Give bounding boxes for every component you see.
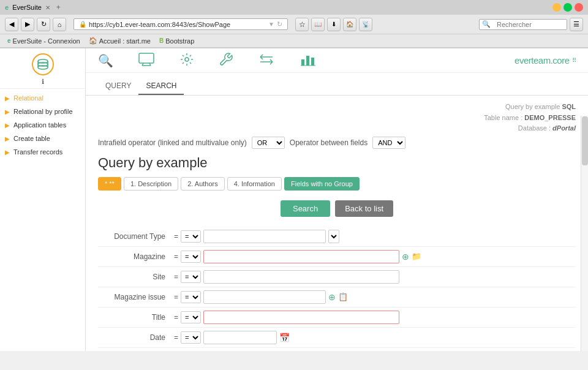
monitor-icon — [138, 53, 155, 66]
sidebar-item-relational[interactable]: ▶ Relational — [0, 91, 85, 105]
magazine-issue-eq: = — [172, 293, 181, 301]
sidebar-item-relational-by-profile[interactable]: ▶ Relational by profile — [0, 105, 85, 118]
rss-button[interactable]: 📡 — [359, 18, 372, 31]
magazine-issue-add-icon[interactable]: ⊕ — [328, 292, 336, 302]
magazine-issue-input[interactable] — [203, 290, 326, 304]
between-operator-select[interactable]: AND OR — [372, 137, 405, 149]
arrow-right-icon5: ▶ — [5, 149, 10, 156]
document-type-input[interactable] — [203, 230, 326, 243]
document-type-dropdown[interactable]: ▼ — [328, 230, 339, 243]
toolbar-arrows-icon[interactable] — [258, 52, 275, 69]
arrow-right-icon4: ▶ — [5, 135, 10, 142]
dropdown-icon[interactable]: ▼ — [268, 21, 274, 28]
magazine-issue-op-select[interactable]: = — [181, 291, 201, 303]
tab-title: EverSuite — [12, 4, 42, 11]
tab-pill-all[interactable]: * ** — [98, 177, 121, 191]
gear-icon — [179, 52, 194, 67]
bookmark-bootstrap[interactable]: B Bootstrap — [157, 37, 197, 45]
bookmark-star-button[interactable]: ☆ — [295, 18, 309, 31]
magazine-add-icon[interactable]: ⊕ — [402, 252, 409, 262]
menu-button[interactable]: ☰ — [570, 18, 583, 31]
magazine-issue-folder-icon[interactable]: 📋 — [338, 292, 348, 301]
date-input[interactable] — [203, 331, 277, 344]
magazine-folder-icon[interactable]: 📁 — [412, 252, 421, 261]
tab-pill-authors[interactable]: 2. Authors — [181, 177, 225, 191]
tab-search[interactable]: SEARCH — [138, 78, 184, 95]
sidebar-item-create-table[interactable]: ▶ Create table — [0, 132, 85, 145]
info-line3: Database : dPortal — [518, 124, 576, 132]
tab-pill-information[interactable]: 4. Information — [227, 177, 282, 191]
close-button[interactable] — [575, 3, 583, 12]
magazine-label: Magazine — [98, 252, 172, 261]
main-content: 🔍 — [86, 48, 588, 351]
site-op-select[interactable]: = — [181, 271, 201, 283]
brand-grid-icon: ⠿ — [572, 57, 576, 64]
refresh-small-icon[interactable]: ↻ — [277, 20, 282, 28]
chart-icon — [300, 52, 317, 67]
magazine-input[interactable] — [203, 250, 399, 263]
date-op-select[interactable]: = — [181, 331, 201, 344]
toolbar-wrench-icon[interactable] — [219, 52, 233, 69]
browser-search-input[interactable] — [493, 20, 567, 29]
title-input[interactable] — [203, 311, 399, 324]
bookmark-eversuite[interactable]: e EverSuite - Connexion — [5, 37, 83, 45]
sidebar-item-transfer-records[interactable]: ▶ Transfer records — [0, 145, 85, 159]
magazine-issue-label: Magazine issue — [98, 293, 172, 301]
forward-button[interactable]: ▶ — [21, 18, 34, 31]
tab-query[interactable]: QUERY — [98, 78, 138, 95]
sidebar-relational-label: Relational — [13, 94, 43, 102]
url-input[interactable] — [89, 21, 266, 28]
scrollbar-track — [581, 116, 588, 351]
site-input[interactable] — [203, 270, 399, 284]
tab-pill-description[interactable]: 1. Description — [124, 177, 178, 191]
info-panel: Query by example SQL Table name : DEMO_P… — [98, 102, 576, 134]
back-button[interactable]: ◀ — [5, 18, 18, 31]
download-button[interactable]: ⬇ — [327, 18, 341, 31]
toolbar-search-icon[interactable]: 🔍 — [98, 53, 113, 68]
toolbar-settings-icon[interactable] — [179, 52, 194, 69]
sidebar-item-application-tables[interactable]: ▶ Application tables — [0, 118, 85, 132]
sidebar-app-tables-label: Application tables — [13, 121, 66, 129]
document-type-input-area: ▼ — [203, 230, 339, 243]
title-label: Title — [98, 313, 172, 322]
svg-point-9 — [185, 58, 189, 61]
field-row-keywords: Keywords = = 📋 — [98, 348, 576, 351]
between-label: Operator between fields — [290, 138, 368, 147]
minimize-button[interactable] — [552, 3, 561, 12]
bookmark-eversuite-label: EverSuite - Connexion — [13, 37, 80, 45]
page-title: Query by example — [98, 155, 576, 171]
document-type-op-select[interactable]: = — [181, 230, 201, 243]
reader-button[interactable]: 📖 — [311, 18, 325, 31]
maximize-button[interactable] — [564, 3, 572, 12]
title-op-select[interactable]: = — [181, 311, 201, 323]
query-search-tabs: QUERY SEARCH — [86, 73, 588, 96]
refresh-button[interactable]: ↻ — [37, 18, 50, 31]
search-button[interactable]: Search — [281, 200, 330, 217]
brand-core: core — [552, 55, 569, 66]
home2-button[interactable]: 🏠 — [343, 18, 356, 31]
bookmark-accueil-label: Accueil : start.me — [99, 37, 151, 45]
field-row-document-type: Document Type = = ▼ — [98, 227, 576, 247]
info-icon[interactable]: ℹ — [42, 78, 44, 86]
magazine-op-select[interactable]: = — [181, 251, 201, 263]
toolbar-chart-icon[interactable] — [300, 52, 317, 69]
bookmarks-bar: e EverSuite - Connexion 🏠 Accueil : star… — [0, 34, 588, 48]
toolbar-monitor-icon[interactable] — [138, 53, 155, 68]
new-tab-icon[interactable]: + — [56, 3, 61, 12]
bookmark-eversuite-icon: e — [7, 37, 11, 44]
scrollbar-thumb[interactable] — [582, 116, 588, 165]
back-to-list-button[interactable]: Back to list — [335, 200, 393, 217]
calendar-icon[interactable]: 📅 — [279, 333, 290, 342]
site-eq: = — [172, 273, 181, 281]
field-row-magazine-issue: Magazine issue = = ⊕ 📋 — [98, 287, 576, 308]
main-toolbar: 🔍 — [86, 48, 588, 73]
bookmark-accueil[interactable]: 🏠 Accueil : start.me — [86, 36, 153, 45]
document-type-label: Document Type — [98, 232, 172, 241]
field-row-site: Site = = — [98, 267, 576, 287]
tab-pill-no-group[interactable]: Fields with no Group — [284, 177, 360, 191]
infield-operator-select[interactable]: OR AND — [252, 137, 285, 149]
tab-pills: * ** 1. Description 2. Authors 4. Inform… — [98, 177, 576, 191]
home-button[interactable]: ⌂ — [53, 18, 66, 31]
tab-close-icon[interactable]: ✕ — [45, 4, 50, 11]
svg-rect-11 — [306, 56, 309, 66]
